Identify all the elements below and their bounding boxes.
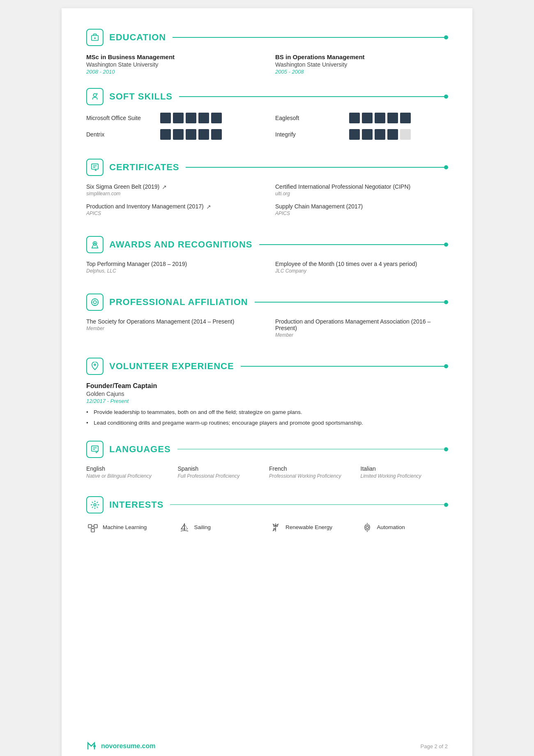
volunteer-bullets: Provide leadership to teammates, both on…: [86, 408, 448, 428]
awards-entries: Top Performing Manager (2018 – 2019) Del…: [86, 261, 448, 280]
certificates-line: [186, 167, 448, 168]
award-org-1: JLC Company: [275, 268, 448, 274]
external-link-icon: ↗: [206, 203, 212, 209]
languages-icon: [86, 441, 104, 458]
svg-point-24: [93, 745, 96, 747]
affiliation-header: PROFESSIONAL AFFILIATION: [86, 294, 448, 311]
skill-row-1: Dentrix: [86, 129, 259, 140]
skill-bar: [173, 113, 184, 123]
edu-degree-1: BS in Operations Management: [275, 53, 448, 60]
soft-skills-section: SOFT SKILLS Microsoft Office Suite: [86, 88, 448, 146]
lang-col-2: French Professional Working Proficiency: [269, 465, 357, 479]
skill-row-3: Integrify: [275, 129, 448, 140]
languages-line: [177, 449, 448, 450]
volunteer-icon: [86, 358, 104, 375]
lang-name-0: English: [86, 465, 174, 472]
footer: novoresume.com Page 2 of 2: [62, 740, 472, 752]
lang-name-3: Italian: [361, 465, 448, 472]
soft-skills-line: [179, 96, 448, 97]
footer-logo-text: novoresume.com: [101, 742, 155, 750]
interests-section: INTERESTS Machine Learning: [86, 496, 448, 534]
svg-rect-11: [92, 446, 99, 451]
lang-col-1: Spanish Full Professional Proficiency: [178, 465, 265, 479]
skill-name-2: Eaglesoft: [275, 115, 349, 121]
volunteer-date: 12/2017 - Present: [86, 398, 448, 404]
sailing-icon: [178, 521, 191, 534]
edu-degree-0: MSc in Business Management: [86, 53, 259, 60]
skill-row-0: Microsoft Office Suite: [86, 113, 259, 123]
resume-page: EDUCATION MSc in Business Management Was…: [62, 8, 472, 756]
edu-school-0: Washington State University: [86, 61, 259, 68]
affiliation-title: PROFESSIONAL AFFILIATION: [109, 297, 248, 307]
skill-bar: [362, 113, 373, 123]
cert-source-1: ulti.org: [275, 191, 448, 197]
skill-bars-1: [160, 129, 222, 140]
cert-source-3: APICS: [275, 210, 448, 216]
awards-section: AWARDS AND RECOGNITIONS Top Performing M…: [86, 236, 448, 280]
volunteer-bullet-1: Lead conditioning drills and pregame war…: [86, 419, 448, 427]
cert-source-0: simplilearn.com: [86, 191, 259, 197]
interests-entries: Machine Learning Sailing: [86, 521, 448, 534]
skill-bar: [198, 129, 209, 140]
skill-bar-empty: [400, 129, 411, 140]
skill-bar: [160, 129, 171, 140]
affiliation-section: PROFESSIONAL AFFILIATION The Society for…: [86, 294, 448, 344]
awards-header: AWARDS AND RECOGNITIONS: [86, 236, 448, 253]
skill-name-0: Microsoft Office Suite: [86, 115, 160, 121]
soft-skills-icon: [86, 88, 104, 105]
education-icon: [86, 29, 104, 46]
interests-title: INTERESTS: [109, 499, 163, 510]
svg-point-21: [366, 526, 368, 529]
skill-bars-2: [349, 113, 411, 123]
affil-role-0: Member: [86, 326, 259, 331]
skill-bar: [198, 113, 209, 123]
edu-entry-1: BS in Operations Management Washington S…: [275, 53, 448, 75]
cert-item-1: Certified International Professional Neg…: [275, 183, 448, 197]
renewable-energy-icon: [269, 521, 282, 534]
interest-item-1: Sailing: [178, 521, 265, 534]
affiliation-line: [255, 302, 448, 303]
skill-bars-3: [349, 129, 411, 140]
lang-level-0: Native or Bilingual Proficiency: [86, 473, 174, 479]
volunteer-org: Golden Cajuns: [86, 391, 448, 397]
lang-name-1: Spanish: [178, 465, 265, 472]
languages-section: LANGUAGES English Native or Bilingual Pr…: [86, 441, 448, 483]
affil-item-0: The Society for Operations Management (2…: [86, 318, 259, 338]
awards-title: AWARDS AND RECOGNITIONS: [109, 239, 253, 250]
skill-bar: [387, 129, 398, 140]
affil-role-1: Member: [275, 332, 448, 338]
interest-item-2: Renewable Energy: [269, 521, 357, 534]
svg-point-10: [94, 364, 96, 366]
lang-level-3: Limited Working Proficiency: [361, 473, 448, 479]
lang-level-2: Professional Working Proficiency: [269, 473, 357, 479]
certificates-entries: Six Sigma Green Belt (2019) ↗ simplilear…: [86, 183, 448, 223]
certificates-title: CERTIFICATES: [109, 162, 179, 173]
affiliation-entries: The Society for Operations Management (2…: [86, 318, 448, 344]
lang-level-1: Full Professional Proficiency: [178, 473, 265, 479]
award-org-0: Delphus, LLC: [86, 268, 259, 274]
volunteer-bullet-0: Provide leadership to teammates, both on…: [86, 408, 448, 416]
education-section: EDUCATION MSc in Business Management Was…: [86, 29, 448, 75]
interest-label-2: Renewable Energy: [285, 524, 332, 530]
affil-name-0: The Society for Operations Management (2…: [86, 318, 259, 325]
affil-item-1: Production and Operations Management Ass…: [275, 318, 448, 338]
cert-item-3: Supply Chain Management (2017) APICS: [275, 203, 448, 216]
skill-bar: [400, 113, 411, 123]
interests-line: [170, 504, 448, 505]
cert-name-0: Six Sigma Green Belt (2019) ↗: [86, 183, 259, 190]
education-header: EDUCATION: [86, 29, 448, 46]
edu-year-0: 2008 - 2010: [86, 69, 259, 75]
external-link-icon: ↗: [162, 184, 168, 190]
award-name-1: Employee of the Month (10 times over a 4…: [275, 261, 448, 267]
interest-label-3: Automation: [377, 524, 405, 530]
skill-bar: [160, 113, 171, 123]
edu-school-1: Washington State University: [275, 61, 448, 68]
footer-page: Page 2 of 2: [421, 743, 448, 749]
skill-bar: [349, 113, 360, 123]
education-title: EDUCATION: [109, 32, 166, 43]
svg-point-14: [94, 504, 96, 506]
lang-col-3: Italian Limited Working Proficiency: [361, 465, 448, 479]
awards-line: [259, 244, 448, 245]
cert-source-2: APICS: [86, 210, 259, 216]
certificates-section: CERTIFICATES Six Sigma Green Belt (2019)…: [86, 159, 448, 223]
